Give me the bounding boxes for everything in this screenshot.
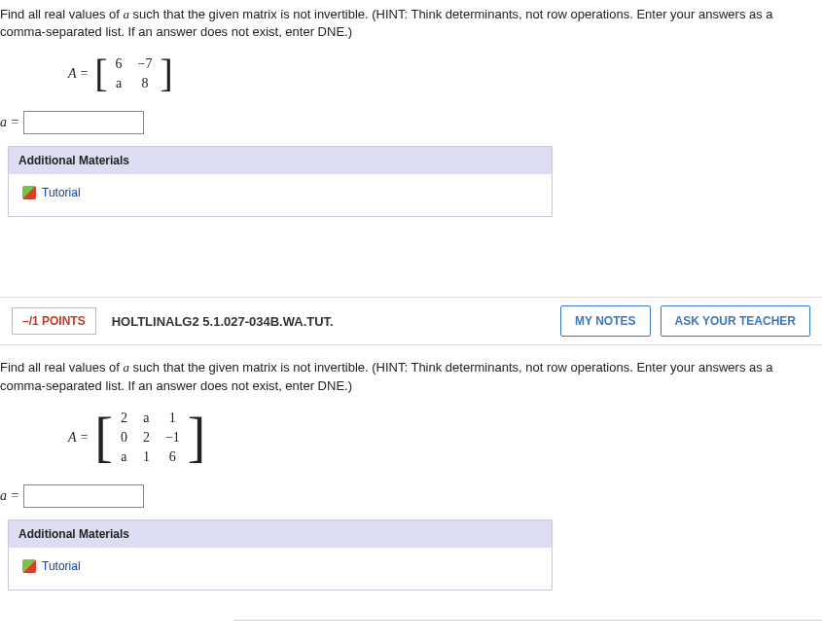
header-left: –/1 POINTS HOLTLINALG2 5.1.027-034B.WA.T… <box>12 307 334 335</box>
answer-var-2: a = <box>0 488 19 504</box>
m2-c: 2 <box>113 409 135 428</box>
prompt-pre: Find all real values of <box>0 7 123 21</box>
materials-header-1: Additional Materials <box>9 147 552 174</box>
m2-c: 0 <box>113 428 135 447</box>
tutorial-link-1[interactable]: Tutorial <box>22 186 81 199</box>
answer-input-2[interactable] <box>23 484 144 508</box>
answer-row-1: a = <box>0 111 822 134</box>
m2-c: a <box>113 447 135 467</box>
question-2-prompt: Find all real values of a such that the … <box>0 357 822 402</box>
bracket-right-icon: ] <box>160 58 172 89</box>
m2-c: 2 <box>135 428 158 447</box>
materials-body-1: Tutorial <box>9 174 552 216</box>
my-notes-button[interactable]: MY NOTES <box>560 305 650 337</box>
tutorial-link-2[interactable]: Tutorial <box>22 559 81 573</box>
m1-c: a <box>108 74 130 93</box>
answer-input-1[interactable] <box>23 111 144 134</box>
m2-c: a <box>135 409 158 428</box>
tutorial-icon <box>22 559 36 573</box>
matrix-1-label: A = <box>68 66 89 82</box>
materials-header-2: Additional Materials <box>9 520 552 548</box>
materials-body-2: Tutorial <box>9 548 552 590</box>
spacer <box>0 238 822 297</box>
tutorial-label-1: Tutorial <box>42 186 81 199</box>
matrix-1-body: 6 −7 a 8 <box>108 54 161 93</box>
bracket-left-icon: [ <box>94 58 107 89</box>
bracket-right-icon: ] <box>188 415 206 459</box>
question-1: Find all real values of a such that the … <box>0 0 822 238</box>
matrix-2-label: A = <box>68 430 89 446</box>
question-1-prompt: Find all real values of a such that the … <box>0 4 822 49</box>
prompt-pre-2: Find all real values of <box>0 360 123 375</box>
m2-c: 1 <box>158 409 188 428</box>
ask-teacher-button[interactable]: ASK YOUR TEACHER <box>661 305 810 337</box>
answer-row-2: a = <box>0 484 822 508</box>
m1-c: 8 <box>130 74 161 93</box>
topic-code: HOLTLINALG2 5.1.027-034B.WA.TUT. <box>112 314 334 329</box>
tutorial-label-2: Tutorial <box>42 559 81 573</box>
question-2-header: –/1 POINTS HOLTLINALG2 5.1.027-034B.WA.T… <box>0 297 822 345</box>
m2-c: 1 <box>135 447 158 467</box>
m2-c: −1 <box>158 428 188 447</box>
additional-materials-1: Additional Materials Tutorial <box>8 146 553 217</box>
m1-c: −7 <box>130 54 161 74</box>
footer-divider <box>233 620 822 637</box>
tutorial-icon <box>22 186 36 199</box>
matrix-2: A = [ 2 a 1 0 2 −1 a 1 6 <box>68 409 822 467</box>
header-right: MY NOTES ASK YOUR TEACHER <box>560 305 810 337</box>
matrix-1: A = [ 6 −7 a 8 ] <box>68 54 822 93</box>
points-badge: –/1 POINTS <box>12 307 96 335</box>
bracket-left-icon: [ <box>94 415 113 459</box>
matrix-2-body: 2 a 1 0 2 −1 a 1 6 <box>113 409 188 467</box>
answer-var-1: a = <box>0 115 19 130</box>
m2-c: 6 <box>158 447 188 467</box>
m1-c: 6 <box>108 54 130 74</box>
additional-materials-2: Additional Materials Tutorial <box>8 519 553 590</box>
question-2: Find all real values of a such that the … <box>0 345 822 611</box>
